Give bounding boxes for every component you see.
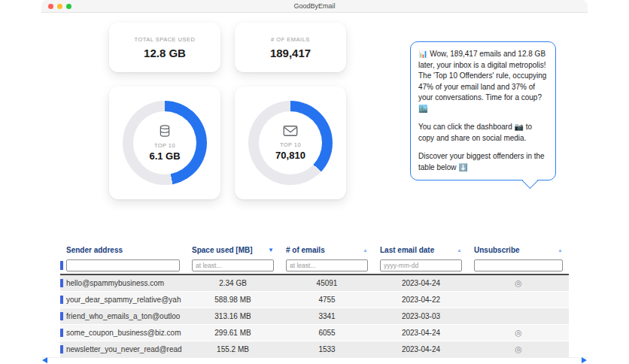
emails-cell: 6055 — [280, 329, 374, 337]
date-cell: 2023-04-22 — [374, 296, 468, 304]
emails-cell: 3341 — [280, 312, 374, 320]
sender-cell: your_dear_spammy_relative@yah — [60, 296, 186, 304]
donut-chart-emails: TOP 10 70,810 — [248, 101, 333, 185]
table-row: newsletter_you_never_read@read 155.2 MB … — [60, 341, 569, 358]
sender-filter-input[interactable] — [66, 259, 180, 271]
unsubscribe-icon[interactable]: ◎ — [468, 344, 569, 354]
space-cell: 588.98 MB — [186, 296, 280, 304]
column-header-date[interactable]: Last email date ▲ — [374, 246, 468, 254]
space-cell: 2.34 GB — [186, 279, 280, 287]
donut-card-emails[interactable]: TOP 10 70,810 — [235, 86, 346, 199]
bubble-tail — [522, 172, 538, 188]
sender-cell: friend_who_emails_a_ton@outloo — [60, 312, 186, 320]
space-cell: 313.16 MB — [186, 312, 280, 320]
sort-asc-icon[interactable]: ▲ — [363, 247, 368, 253]
zoom-window-button[interactable] — [66, 4, 71, 9]
horizontal-scrollbar[interactable] — [41, 357, 588, 364]
scroll-left-arrow-icon[interactable] — [42, 357, 47, 363]
top10-space-value: 6.1 GB — [149, 150, 180, 162]
traffic-lights — [48, 4, 71, 9]
app-window: GoodByEmail TOTAL SPACE USED 12.8 GB # O… — [0, 0, 629, 364]
unsubscribe-filter-input[interactable] — [474, 259, 563, 271]
bubble-paragraph-table-hint: Discover your biggest offenders in the t… — [418, 151, 548, 173]
date-filter-input[interactable] — [380, 259, 462, 271]
top10-space-label: TOP 10 — [154, 142, 175, 149]
date-cell: 2023-04-24 — [374, 329, 468, 337]
space-filter-input[interactable] — [192, 259, 274, 271]
stat-label: # OF EMAILS — [271, 36, 310, 43]
stat-value: 189,417 — [270, 47, 311, 59]
stat-card-email-count: # OF EMAILS 189,417 — [235, 23, 346, 72]
table-row: your_dear_spammy_relative@yah 588.98 MB … — [60, 292, 569, 308]
emails-cell: 45091 — [280, 279, 374, 287]
envelope-icon — [283, 125, 298, 140]
unsubscribe-icon[interactable]: ◎ — [468, 328, 569, 338]
senders-table: Sender address Space used [MB] ▼ # of em… — [60, 242, 569, 358]
sender-cell: newsletter_you_never_read@read — [60, 345, 186, 353]
table-header-row: Sender address Space used [MB] ▼ # of em… — [60, 242, 569, 257]
sort-asc-icon[interactable]: ▲ — [558, 247, 563, 253]
stat-label: TOTAL SPACE USED — [134, 36, 195, 43]
column-header-unsubscribe[interactable]: Unsubscribe ▲ — [468, 246, 569, 254]
table-filter-row — [60, 257, 569, 275]
donut-chart-space: TOP 10 6.1 GB — [123, 101, 207, 185]
column-header-sender[interactable]: Sender address — [60, 246, 186, 254]
space-cell: 299.61 MB — [186, 329, 280, 337]
donut-card-space[interactable]: TOP 10 6.1 GB — [109, 86, 220, 199]
storage-icon — [158, 124, 172, 141]
sort-desc-icon[interactable]: ▼ — [268, 247, 274, 253]
stat-value: 12.8 GB — [144, 47, 186, 59]
top10-emails-label: TOP 10 — [280, 141, 301, 148]
assistant-bubble: 📊 Wow, 189,417 emails and 12.8 GB later,… — [410, 41, 556, 180]
sort-asc-icon[interactable]: ▲ — [457, 247, 462, 253]
emails-cell: 1533 — [280, 345, 374, 353]
table-row: friend_who_emails_a_ton@outloo 313.16 MB… — [60, 308, 569, 325]
table-row: hello@spammybusiness.com 2.34 GB 45091 2… — [60, 275, 569, 292]
minimize-window-button[interactable] — [57, 4, 62, 9]
window-title: GoodByEmail — [41, 2, 588, 10]
emails-filter-input[interactable] — [286, 259, 368, 271]
unsubscribe-icon[interactable]: ◎ — [468, 278, 569, 288]
scroll-right-arrow-icon[interactable] — [582, 357, 587, 363]
window-titlebar: GoodByEmail — [41, 0, 588, 13]
sender-cell: some_coupon_business@biz.com — [60, 329, 186, 337]
table-row: some_coupon_business@biz.com 299.61 MB 6… — [60, 325, 569, 341]
top10-emails-value: 70,810 — [275, 150, 305, 161]
column-header-space[interactable]: Space used [MB] ▼ — [186, 246, 280, 254]
sender-cell: hello@spammybusiness.com — [60, 279, 186, 287]
bubble-paragraph-share: You can click the dashboard 📷 to copy an… — [418, 122, 548, 144]
date-cell: 2023-04-24 — [374, 279, 468, 287]
space-cell: 155.2 MB — [186, 345, 280, 353]
date-cell: 2023-03-03 — [374, 312, 468, 320]
stat-card-total-space: TOTAL SPACE USED 12.8 GB — [109, 23, 220, 72]
column-header-emails[interactable]: # of emails ▲ — [280, 246, 374, 254]
bubble-paragraph-summary: 📊 Wow, 189,417 emails and 12.8 GB later,… — [418, 49, 548, 114]
date-cell: 2023-04-24 — [374, 345, 468, 353]
close-window-button[interactable] — [48, 4, 53, 9]
emails-cell: 4755 — [280, 296, 374, 304]
